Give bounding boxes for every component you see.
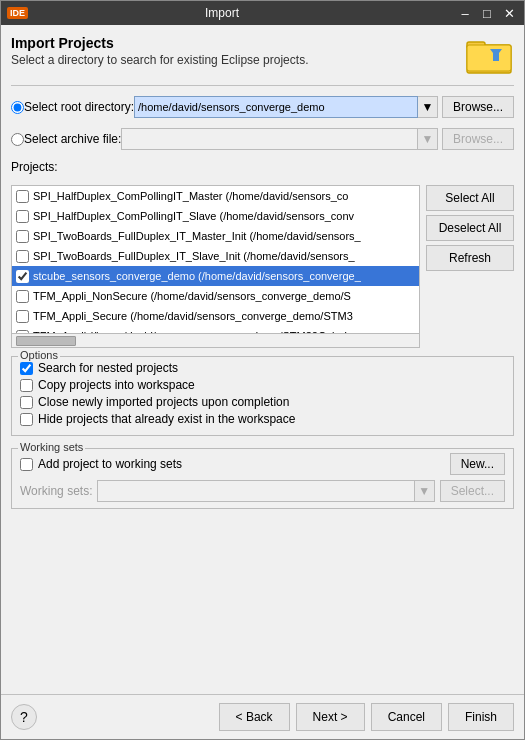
project-item[interactable]: TFM_Appli_NonSecure (/home/david/sensors… (12, 286, 419, 306)
project-label: TFM_Appli_Secure (/home/david/sensors_co… (33, 310, 353, 322)
project-checkbox[interactable] (16, 250, 29, 263)
option-checkbox-copy[interactable] (20, 379, 33, 392)
option-label-close: Close newly imported projects upon compl… (38, 395, 289, 409)
archive-file-browse-button: Browse... (442, 128, 514, 150)
list-buttons: Select All Deselect All Refresh (426, 185, 514, 348)
import-dialog: IDE Import – □ ✕ Import Projects Select … (0, 0, 525, 740)
project-item[interactable]: TFM_Appli (/home/david/sensors_converge_… (12, 326, 419, 333)
new-working-set-button[interactable]: New... (450, 453, 505, 475)
root-dir-input-group: ▼ (134, 96, 438, 118)
svg-rect-4 (493, 53, 499, 61)
titlebar-controls: – □ ✕ (456, 4, 518, 22)
titlebar: IDE Import – □ ✕ (1, 1, 524, 25)
working-sets-input (97, 480, 414, 502)
header-separator (11, 85, 514, 86)
options-title: Options (18, 349, 60, 361)
project-checkbox[interactable] (16, 210, 29, 223)
select-all-button[interactable]: Select All (426, 185, 514, 211)
project-label: SPI_HalfDuplex_ComPollingIT_Master (/hom… (33, 190, 348, 202)
option-label-nested: Search for nested projects (38, 361, 178, 375)
project-item[interactable]: TFM_Appli_Secure (/home/david/sensors_co… (12, 306, 419, 326)
project-label: SPI_HalfDuplex_ComPollingIT_Slave (/home… (33, 210, 354, 222)
finish-button[interactable]: Finish (448, 703, 514, 731)
refresh-button[interactable]: Refresh (426, 245, 514, 271)
header-section: Import Projects Select a directory to se… (11, 35, 514, 75)
archive-file-radio[interactable] (11, 133, 24, 146)
maximize-button[interactable]: □ (478, 4, 496, 22)
header-text: Import Projects Select a directory to se… (11, 35, 308, 67)
page-subtitle: Select a directory to search for existin… (11, 53, 308, 67)
projects-list-wrapper: SPI_HalfDuplex_ComPollingIT_Master (/hom… (11, 185, 420, 348)
option-row: Search for nested projects (20, 361, 505, 375)
folder-icon (466, 35, 514, 75)
help-button[interactable]: ? (11, 704, 37, 730)
option-label-hide: Hide projects that already exist in the … (38, 412, 295, 426)
option-row: Copy projects into workspace (20, 378, 505, 392)
project-label: TFM_Appli_NonSecure (/home/david/sensors… (33, 290, 351, 302)
project-checkbox[interactable] (16, 270, 29, 283)
scrollbar-thumb (16, 336, 76, 346)
root-dir-browse-button[interactable]: Browse... (442, 96, 514, 118)
working-sets-label-row: Working sets: ▼ Select... (20, 480, 505, 502)
project-item[interactable]: SPI_HalfDuplex_ComPollingIT_Slave (/home… (12, 206, 419, 226)
option-checkbox-nested[interactable] (20, 362, 33, 375)
project-checkbox[interactable] (16, 230, 29, 243)
project-item[interactable]: SPI_TwoBoards_FullDuplex_IT_Master_Init … (12, 226, 419, 246)
project-item[interactable]: SPI_TwoBoards_FullDuplex_IT_Slave_Init (… (12, 246, 419, 266)
ide-badge: IDE (7, 7, 28, 19)
minimize-button[interactable]: – (456, 4, 474, 22)
root-dir-row: Select root directory: ▼ Browse... (11, 96, 514, 118)
select-working-sets-button: Select... (440, 480, 505, 502)
project-checkbox[interactable] (16, 290, 29, 303)
projects-list[interactable]: SPI_HalfDuplex_ComPollingIT_Master (/hom… (12, 186, 419, 333)
archive-file-row: Select archive file: ▼ Browse... (11, 128, 514, 150)
archive-file-input-group: ▼ (121, 128, 438, 150)
option-checkbox-close[interactable] (20, 396, 33, 409)
working-sets-dropdown-wrapper: ▼ (97, 480, 434, 502)
project-item[interactable]: stcube_sensors_converge_demo (/home/davi… (12, 266, 419, 286)
project-checkbox[interactable] (16, 190, 29, 203)
project-label: SPI_TwoBoards_FullDuplex_IT_Slave_Init (… (33, 250, 355, 262)
horizontal-scrollbar[interactable] (12, 333, 419, 347)
archive-file-dropdown-arrow[interactable]: ▼ (418, 128, 438, 150)
options-group: Options Search for nested projectsCopy p… (11, 356, 514, 436)
close-button[interactable]: ✕ (500, 4, 518, 22)
option-row: Hide projects that already exist in the … (20, 412, 505, 426)
deselect-all-button[interactable]: Deselect All (426, 215, 514, 241)
add-to-working-sets-label: Add project to working sets (38, 457, 182, 471)
working-sets-group: Working sets Add project to working sets… (11, 448, 514, 509)
svg-rect-2 (467, 45, 511, 71)
project-label: SPI_TwoBoards_FullDuplex_IT_Master_Init … (33, 230, 361, 242)
working-sets-label: Working sets: (20, 484, 92, 498)
root-dir-label: Select root directory: (24, 100, 134, 114)
root-dir-input[interactable] (134, 96, 418, 118)
page-title: Import Projects (11, 35, 308, 51)
main-content: Import Projects Select a directory to se… (1, 25, 524, 694)
root-dir-dropdown-arrow[interactable]: ▼ (418, 96, 438, 118)
project-checkbox[interactable] (16, 310, 29, 323)
projects-container: SPI_HalfDuplex_ComPollingIT_Master (/hom… (11, 185, 514, 348)
option-row: Close newly imported projects upon compl… (20, 395, 505, 409)
root-dir-radio[interactable] (11, 101, 24, 114)
option-label-copy: Copy projects into workspace (38, 378, 195, 392)
footer-buttons: < Back Next > Cancel Finish (219, 703, 514, 731)
dialog-footer: ? < Back Next > Cancel Finish (1, 694, 524, 739)
titlebar-left: IDE (7, 7, 28, 19)
add-to-working-sets-row: Add project to working sets New... (20, 453, 505, 475)
window-title: Import (28, 6, 416, 20)
archive-file-input (121, 128, 418, 150)
project-item[interactable]: SPI_HalfDuplex_ComPollingIT_Master (/hom… (12, 186, 419, 206)
project-label: stcube_sensors_converge_demo (/home/davi… (33, 270, 361, 282)
next-button[interactable]: Next > (296, 703, 365, 731)
add-to-working-sets-checkbox[interactable] (20, 458, 33, 471)
cancel-button[interactable]: Cancel (371, 703, 442, 731)
option-checkbox-hide[interactable] (20, 413, 33, 426)
working-sets-dropdown-arrow[interactable]: ▼ (415, 480, 435, 502)
archive-file-label: Select archive file: (24, 132, 121, 146)
projects-label: Projects: (11, 160, 514, 174)
bottom-spacer (11, 521, 514, 684)
working-sets-title: Working sets (18, 441, 85, 453)
back-button[interactable]: < Back (219, 703, 290, 731)
